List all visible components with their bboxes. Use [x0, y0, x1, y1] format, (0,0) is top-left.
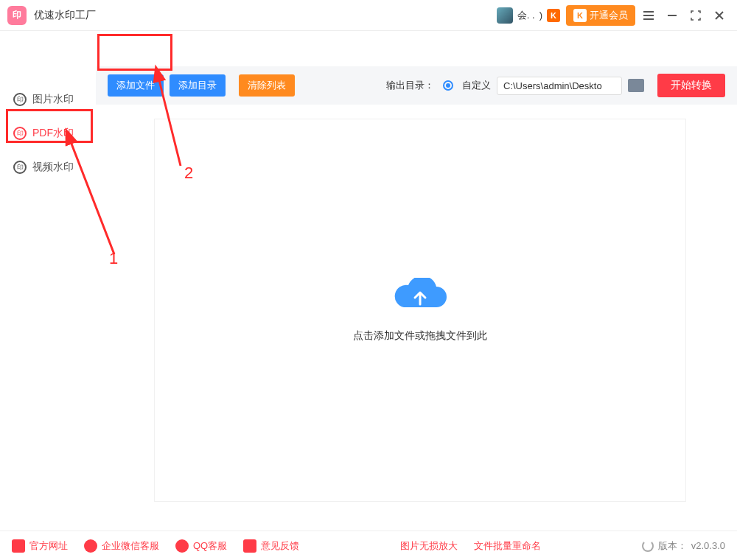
titlebar: 印 优速水印工厂 会. . ) K K 开通会员 [0, 0, 737, 31]
footer-official-site[interactable]: 官方网址 [12, 539, 68, 553]
version-label: 版本： [658, 539, 687, 553]
annotation-box-2 [97, 34, 172, 71]
footer-image-zoom[interactable]: 图片无损放大 [400, 539, 458, 553]
close-icon [714, 10, 724, 21]
footer-label: 官方网址 [29, 539, 68, 553]
open-vip-button[interactable]: K 开通会员 [566, 5, 635, 26]
wecom-icon [84, 539, 97, 553]
app-logo-icon: 印 [7, 6, 27, 25]
cloud-upload-icon [392, 278, 448, 316]
drop-zone-text: 点击添加文件或拖拽文件到此 [353, 329, 487, 343]
site-icon [12, 539, 25, 553]
footer-label: 图片无损放大 [400, 539, 458, 553]
annotation-arrow-2 [133, 70, 221, 183]
footer-feedback[interactable]: 意见反馈 [243, 539, 299, 553]
k-badge-icon: K [547, 9, 560, 22]
menu-icon [643, 10, 654, 21]
vip-crown-icon: K [573, 9, 587, 22]
footer-wecom-support[interactable]: 企业微信客服 [84, 539, 159, 553]
footer: 官方网址 企业微信客服 QQ客服 意见反馈 图片无损放大 文件批量重命名 版本：… [0, 531, 737, 560]
drop-zone[interactable]: 点击添加文件或拖拽文件到此 [155, 119, 685, 501]
footer-batch-rename[interactable]: 文件批量重命名 [474, 539, 541, 553]
footer-label: 意见反馈 [261, 539, 299, 553]
user-suffix: ) [539, 10, 542, 21]
stamp-icon: 印 [13, 161, 27, 174]
refresh-icon[interactable] [642, 540, 654, 552]
user-name: 会. . [517, 9, 535, 22]
close-button[interactable] [709, 5, 730, 26]
output-path-field[interactable]: C:\Users\admin\Deskto [497, 77, 622, 95]
footer-label: 企业微信客服 [102, 539, 159, 553]
footer-qq-support[interactable]: QQ客服 [175, 539, 227, 553]
minimize-button[interactable] [662, 5, 682, 26]
user-area[interactable]: 会. . ) K [497, 7, 560, 24]
output-dir-label: 输出目录： [386, 79, 434, 92]
feedback-icon [243, 539, 256, 553]
version-value: v2.0.3.0 [691, 540, 725, 551]
svg-line-0 [70, 140, 114, 254]
menu-button[interactable] [638, 5, 659, 26]
start-convert-button[interactable]: 开始转换 [657, 74, 725, 97]
minimize-icon [667, 10, 677, 21]
clear-list-button[interactable]: 清除列表 [239, 74, 295, 97]
stamp-icon: 印 [13, 93, 27, 106]
output-custom-label: 自定义 [462, 79, 491, 92]
footer-label: QQ客服 [193, 539, 227, 553]
footer-version: 版本： v2.0.3.0 [642, 539, 725, 553]
app-title: 优速水印工厂 [34, 9, 96, 22]
footer-label: 文件批量重命名 [474, 539, 541, 553]
svg-line-1 [158, 77, 181, 166]
output-custom-radio[interactable] [443, 80, 453, 91]
vip-label: 开通会员 [590, 9, 628, 22]
fullscreen-button[interactable] [685, 5, 706, 26]
qq-icon [175, 539, 189, 553]
fullscreen-icon [691, 10, 701, 21]
user-avatar-icon [497, 7, 513, 24]
folder-icon[interactable] [628, 79, 644, 92]
